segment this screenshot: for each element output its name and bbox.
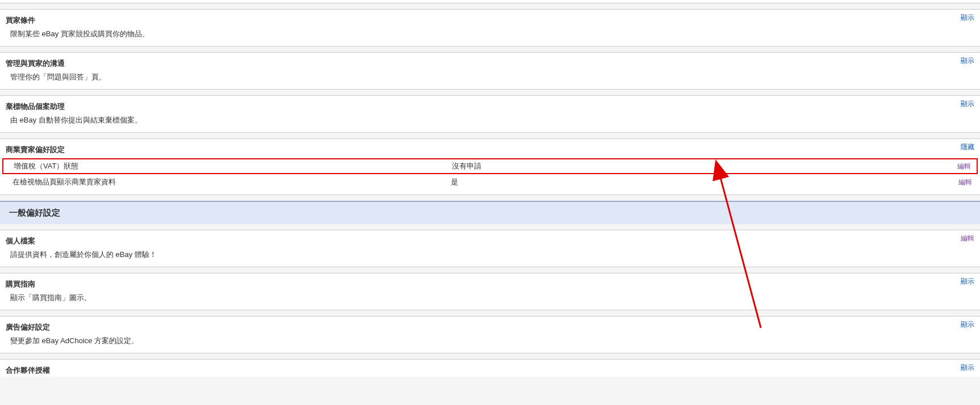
row-value: 是 — [445, 177, 944, 187]
section-partner-authorization: 顯示 合作夥伴授權 — [0, 359, 980, 377]
hide-link[interactable]: 隱藏 — [961, 142, 974, 152]
row-vat-status: 增值稅（VAT）狀態 沒有申請 編輯 — [2, 158, 978, 174]
edit-link[interactable]: 編輯 — [958, 178, 972, 186]
section-title: 合作夥伴授權 — [0, 360, 980, 377]
section-title: 購買指南 — [0, 273, 980, 293]
show-link[interactable]: 顯示 — [961, 363, 974, 373]
row-show-business-info: 在檢視物品頁顯示商業賣家資料 是 編輯 — [0, 174, 980, 190]
row-label: 在檢視物品頁顯示商業賣家資料 — [2, 177, 445, 187]
section-title: 買家條件 — [0, 10, 980, 29]
show-link[interactable]: 顯示 — [961, 13, 974, 23]
section-desc: 限制某些 eBay 買家競投或購買你的物品。 — [0, 29, 980, 46]
show-link[interactable]: 顯示 — [961, 56, 974, 66]
section-manage-communication: 顯示 管理與買家的溝通 管理你的「問題與回答」頁。 — [0, 52, 980, 90]
show-link[interactable]: 顯示 — [961, 277, 974, 286]
section-buyer-requirements: 顯示 買家條件 限制某些 eBay 買家競投或購買你的物品。 — [0, 9, 980, 47]
row-value: 沒有申請 — [446, 161, 943, 171]
show-link[interactable]: 顯示 — [961, 320, 974, 330]
edit-link[interactable]: 編輯 — [961, 234, 974, 243]
section-business-seller-prefs: 隱藏 商業賣家偏好設定 增值稅（VAT）狀態 沒有申請 編輯 在檢視物品頁顯示商… — [0, 138, 980, 195]
general-preferences-header: 一般偏好設定 — [0, 201, 980, 224]
section-title: 棄標物品個案助理 — [0, 96, 980, 115]
top-divider — [0, 0, 980, 3]
section-buying-guide: 顯示 購買指南 顯示「購買指南」圖示。 — [0, 273, 980, 310]
section-desc: 請提供資料，創造屬於你個人的 eBay 體驗！ — [0, 250, 980, 267]
section-desc: 顯示「購買指南」圖示。 — [0, 293, 980, 310]
row-label: 增值稅（VAT）狀態 — [3, 161, 446, 171]
section-title: 廣告偏好設定 — [0, 317, 980, 336]
section-desc: 變更參加 eBay AdChoice 方案的設定。 — [0, 336, 980, 353]
section-desc: 由 eBay 自動替你提出與結束棄標個案。 — [0, 115, 980, 132]
section-ad-preferences: 顯示 廣告偏好設定 變更參加 eBay AdChoice 方案的設定。 — [0, 316, 980, 353]
edit-link[interactable]: 編輯 — [957, 162, 971, 170]
section-abandoned-item-assistant: 顯示 棄標物品個案助理 由 eBay 自動替你提出與結束棄標個案。 — [0, 95, 980, 133]
section-personal-profile: 編輯 個人檔案 請提供資料，創造屬於你個人的 eBay 體驗！ — [0, 230, 980, 267]
section-title: 管理與買家的溝通 — [0, 53, 980, 72]
show-link[interactable]: 顯示 — [961, 99, 974, 109]
section-title: 個人檔案 — [0, 230, 980, 250]
section-title: 商業賣家偏好設定 — [0, 139, 980, 158]
section-desc: 管理你的「問題與回答」頁。 — [0, 72, 980, 89]
